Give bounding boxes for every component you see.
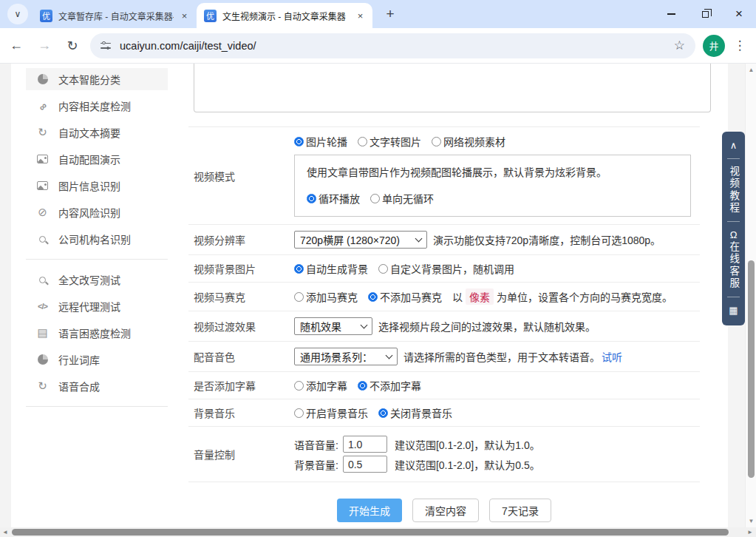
pie-chart-icon: [36, 73, 49, 86]
horizontal-scrollbar[interactable]: ◄ ►: [0, 527, 756, 537]
scroll-up-arrow[interactable]: ▲: [746, 67, 756, 73]
profile-avatar[interactable]: 井: [703, 35, 725, 57]
clear-content-button[interactable]: 清空内容: [412, 499, 479, 522]
sidebar-item-text-classification[interactable]: 文本智能分类: [26, 68, 168, 90]
tab-search-button[interactable]: ∨: [7, 4, 28, 24]
window-close-button[interactable]: ×: [722, 0, 756, 28]
radio-button[interactable]: [294, 292, 304, 302]
bookmark-star-icon[interactable]: ☆: [674, 38, 685, 53]
form-row-bgm: 背景音乐 开启背景音乐 关闭背景音乐: [188, 399, 700, 427]
form-row-voice: 配音音色 通用场景系列： 请选择所需的音色类型，用于文本转语音。 试听: [188, 342, 700, 372]
site-settings-icon[interactable]: [101, 41, 111, 50]
resolution-select[interactable]: 720p横屏 (1280×720): [294, 231, 427, 249]
plus-icon: +: [386, 6, 394, 22]
radio-button[interactable]: [358, 381, 367, 391]
close-icon: ×: [735, 7, 743, 21]
sidebar-item-company-name-recognition[interactable]: 公司机构名识别: [26, 228, 168, 250]
book-icon: ▤: [36, 327, 49, 340]
sidebar-item-content-relevance[interactable]: ∞ 内容相关度检测: [26, 95, 168, 117]
generate-button[interactable]: 开始生成: [337, 499, 402, 522]
article-text-input[interactable]: [194, 64, 711, 112]
sidebar-item-remote-proxy-test[interactable]: </> 远程代理测试: [26, 295, 168, 317]
sidebar-item-perplexity-check[interactable]: ▤ 语言困惑度检测: [26, 322, 168, 344]
search-icon: [36, 274, 49, 286]
transition-select[interactable]: 随机效果: [294, 317, 372, 335]
voice-select[interactable]: 通用场景系列：: [294, 348, 398, 365]
scroll-left-arrow[interactable]: ◄: [2, 527, 8, 537]
sidebar-item-rewrite-test[interactable]: 全文改写测试: [26, 268, 168, 291]
sidebar-item-speech-synthesis[interactable]: ↻ 语音合成: [26, 375, 168, 397]
tab-close-icon[interactable]: ×: [354, 10, 367, 22]
bgm-volume-input[interactable]: [343, 456, 387, 473]
back-button[interactable]: ←: [4, 34, 28, 58]
scroll-down-arrow[interactable]: ▼: [746, 518, 756, 524]
radio-button[interactable]: [370, 194, 380, 203]
radio-option-bgm-off[interactable]: 关闭背景音乐: [378, 405, 452, 420]
radio-option-add-subtitle[interactable]: 添加字幕: [294, 378, 347, 393]
radio-option-no-subtitle[interactable]: 不添加字幕: [358, 378, 421, 393]
sidebar-item-content-risk[interactable]: ⊘ 内容风险识别: [26, 201, 168, 223]
radio-button[interactable]: [378, 408, 388, 418]
vertical-scrollbar-thumb[interactable]: [748, 260, 755, 478]
image-icon: [36, 180, 49, 192]
sidebar-item-image-recognition[interactable]: 图片信息识别: [26, 175, 168, 197]
radio-button[interactable]: [294, 264, 304, 274]
radio-button[interactable]: [307, 194, 316, 203]
sidebar-item-industry-lexicon[interactable]: 行业词库: [26, 348, 168, 371]
field-label: 是否添加字幕: [188, 378, 294, 393]
address-bar[interactable]: ucaiyun.com/caiji/test_video/ ☆: [90, 33, 695, 58]
window-controls: ×: [654, 0, 756, 28]
qr-code-icon[interactable]: ▦: [729, 305, 738, 315]
vertical-scrollbar[interactable]: ▲ ▼: [745, 64, 756, 527]
browser-tab-strip: ∨ 优 文章暂存库 - 自动文章采集器-优 × 优 文生视频演示 - 自动文章采…: [0, 0, 756, 28]
radio-option-web-video-material[interactable]: 网络视频素材: [432, 134, 505, 149]
back-to-top-button[interactable]: ∧: [730, 141, 738, 150]
radio-button[interactable]: [294, 137, 304, 146]
horizontal-scrollbar-thumb[interactable]: [12, 529, 729, 536]
radio-button[interactable]: [432, 137, 441, 146]
voice-volume-input[interactable]: [343, 436, 387, 453]
radio-button[interactable]: [294, 408, 304, 418]
radio-button[interactable]: [368, 292, 378, 302]
window-minimize-button[interactable]: [654, 0, 688, 28]
window-restore-button[interactable]: [688, 0, 722, 28]
sidebar-item-auto-summary[interactable]: ↻ 自动文本摘要: [26, 121, 168, 143]
seven-day-records-button[interactable]: 7天记录: [489, 499, 551, 522]
chevron-down-icon: [386, 352, 393, 359]
radio-button[interactable]: [358, 137, 367, 146]
sidebar-item-auto-image-demo[interactable]: 自动配图演示: [26, 148, 168, 170]
transition-note: 选择视频片段之间的过渡效果，默认随机效果。: [378, 319, 596, 334]
radio-option-custom-background[interactable]: 自定义背景图片，随机调用: [378, 261, 514, 276]
audition-link[interactable]: 试听: [602, 349, 622, 364]
radio-option-no-mosaic[interactable]: 不添加马赛克: [368, 289, 442, 304]
radio-option-loop-play[interactable]: 循环播放: [307, 191, 360, 206]
tab-title: 文章暂存库 - 自动文章采集器-优: [58, 10, 174, 22]
browser-tab-1[interactable]: 优 文章暂存库 - 自动文章采集器-优 ×: [33, 3, 197, 28]
radio-option-add-mosaic[interactable]: 添加马赛克: [294, 289, 358, 304]
radio-option-one-way-no-loop[interactable]: 单向无循环: [370, 191, 434, 206]
code-icon: </>: [36, 300, 49, 313]
radio-option-auto-background[interactable]: 自动生成背景: [294, 261, 368, 276]
url-text[interactable]: ucaiyun.com/caiji/test_video/: [120, 40, 256, 52]
video-mode-description-box: 使用文章自带图片作为视频配图轮播展示，默认背景为炫彩背景。 循环播放 单向无循环: [294, 155, 691, 217]
radio-option-image-carousel[interactable]: 图片轮播: [294, 134, 347, 149]
forward-button[interactable]: →: [33, 34, 56, 58]
back-icon: ←: [10, 38, 23, 53]
video-tutorial-link[interactable]: 视频教程: [729, 166, 739, 215]
browser-menu-button[interactable]: ⋮: [729, 36, 750, 56]
browser-tab-2-active[interactable]: 优 文生视频演示 - 自动文章采集器 ×: [197, 3, 372, 28]
radio-button[interactable]: [378, 264, 388, 274]
tab-close-icon[interactable]: ×: [178, 10, 191, 22]
online-service-link[interactable]: 在线客服: [729, 241, 739, 290]
page-content: 文本智能分类 ∞ 内容相关度检测 ↻ 自动文本摘要 自动配图演示 图片信息识别 …: [0, 64, 756, 537]
radio-button[interactable]: [294, 381, 304, 391]
chevron-down-icon: [361, 322, 368, 329]
radio-option-text-to-image[interactable]: 文字转图片: [358, 134, 421, 149]
scroll-right-arrow[interactable]: ►: [747, 527, 753, 537]
form-row-background-image: 视频背景图片 自动生成背景 自定义背景图片，随机调用: [188, 255, 700, 283]
radio-option-bgm-on[interactable]: 开启背景音乐: [294, 405, 368, 420]
sidebar-divider: [26, 259, 168, 260]
reload-button[interactable]: ↻: [61, 34, 84, 58]
site-favicon: 优: [40, 10, 52, 22]
new-tab-button[interactable]: +: [380, 4, 401, 24]
